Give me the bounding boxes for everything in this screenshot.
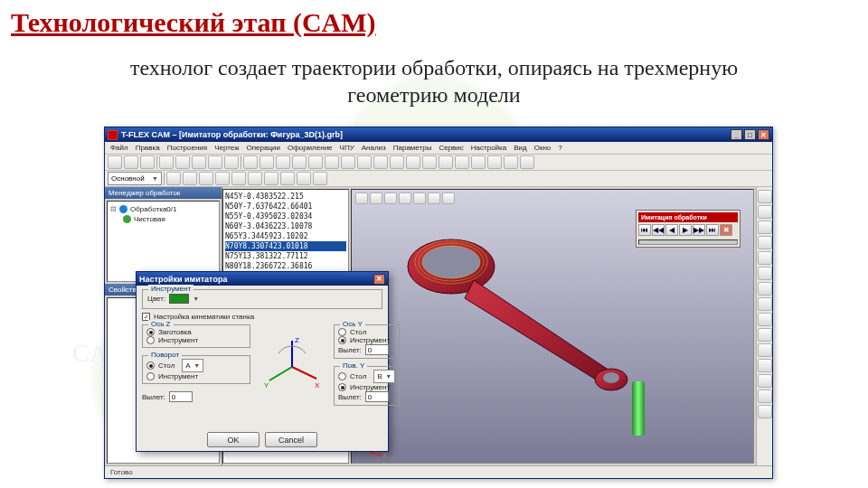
menu-item[interactable]: ЧПУ — [340, 144, 354, 152]
radio[interactable] — [338, 336, 346, 344]
menu-item[interactable]: Файл — [110, 144, 128, 152]
layer-icon[interactable] — [487, 155, 502, 169]
menu-item[interactable]: Настройка — [471, 144, 506, 152]
menu-item[interactable]: Параметры — [393, 144, 432, 152]
offset-icon[interactable] — [313, 172, 327, 185]
zoom-icon[interactable] — [390, 155, 404, 169]
cancel-button[interactable]: Cancel — [265, 432, 317, 447]
menu-item[interactable]: Анализ — [362, 144, 386, 152]
open-icon[interactable] — [124, 155, 138, 169]
menu-item[interactable]: Чертеж — [214, 144, 239, 152]
shaded-icon[interactable] — [428, 192, 440, 204]
player-play-button[interactable]: ▶ — [679, 224, 692, 236]
pan-icon[interactable] — [406, 155, 420, 169]
rail-icon[interactable] — [758, 328, 772, 342]
rect-icon[interactable] — [308, 155, 323, 169]
fit3d-icon[interactable] — [399, 192, 411, 204]
save-icon[interactable] — [140, 155, 155, 169]
rail-icon[interactable] — [758, 405, 772, 418]
rail-icon[interactable] — [758, 313, 772, 326]
circle-icon[interactable] — [276, 155, 290, 169]
copy-icon[interactable] — [175, 155, 190, 169]
rail-icon[interactable] — [758, 297, 772, 311]
rail-icon[interactable] — [758, 359, 772, 372]
viewport-3d[interactable]: Имитация обработки ⏮ ◀◀ ◀ ▶ ▶▶ ⏭ ✖ — [351, 189, 754, 464]
ok-button[interactable]: OK — [207, 432, 259, 447]
radio[interactable] — [338, 328, 346, 336]
machining-tree[interactable]: ⊟ Обработка0/1 Чистовая — [107, 201, 220, 282]
menu-item[interactable]: Правка — [136, 144, 160, 152]
rail-icon[interactable] — [758, 221, 772, 234]
spline-icon[interactable] — [292, 155, 307, 169]
select-icon[interactable] — [215, 172, 230, 185]
menu-item[interactable]: Сервис — [439, 144, 463, 152]
axis-combo[interactable]: B▼ — [373, 370, 395, 383]
axis-combo[interactable]: A▼ — [182, 359, 203, 372]
menu-item[interactable]: ? — [558, 144, 561, 152]
rail-icon[interactable] — [758, 343, 772, 357]
gcode-line[interactable]: N50Y-7.6376422.66401 — [225, 202, 346, 211]
rail-icon[interactable] — [758, 236, 772, 249]
new-icon[interactable] — [108, 155, 122, 169]
rail-icon[interactable] — [758, 282, 772, 296]
minimize-button[interactable]: _ — [731, 129, 742, 140]
gcode-line[interactable]: N75Y13.381322.77112 — [225, 251, 346, 261]
gcode-line[interactable]: N65Y3.3445923.10202 — [225, 231, 346, 241]
dialog-titlebar[interactable]: Настройки имитатора ✕ — [137, 272, 388, 286]
tree-node-child[interactable]: Чистовая — [110, 214, 216, 224]
line-icon[interactable] — [243, 155, 258, 169]
gcode-line[interactable]: N55Y-0.4395023.02034 — [225, 211, 346, 221]
chevron-down-icon[interactable]: ▼ — [193, 296, 199, 302]
grid-icon[interactable] — [504, 155, 518, 169]
shade-icon[interactable] — [455, 155, 469, 169]
help-icon[interactable] — [520, 155, 534, 169]
arc-icon[interactable] — [259, 155, 274, 169]
view3d-icon[interactable] — [439, 155, 453, 169]
gcode-line[interactable]: N45Y-0.4383522.215 — [225, 192, 346, 202]
orbit-icon[interactable] — [355, 192, 368, 204]
dimension-icon[interactable] — [357, 155, 372, 169]
menu-item[interactable]: Вид — [514, 144, 526, 152]
mirror-icon[interactable] — [280, 172, 295, 185]
text-icon[interactable] — [341, 155, 355, 169]
rail-icon[interactable] — [758, 190, 772, 203]
menu-item[interactable]: Оформление — [288, 144, 333, 152]
output-input[interactable]: 0 — [365, 344, 389, 355]
gcode-line-selected[interactable]: N70Y8.3307423.01018 — [225, 241, 346, 251]
rail-icon[interactable] — [758, 267, 772, 280]
radio[interactable] — [146, 372, 155, 380]
radio[interactable] — [146, 336, 155, 344]
rotate-icon[interactable] — [248, 172, 262, 185]
maximize-button[interactable]: □ — [744, 129, 756, 140]
radio[interactable] — [146, 361, 155, 370]
rail-icon[interactable] — [758, 251, 772, 265]
player-close-button[interactable]: ✖ — [720, 224, 732, 236]
output-input[interactable]: 0 — [365, 391, 389, 402]
gcode-line[interactable]: N80Y18.2366722.36816 — [225, 261, 346, 271]
rail-icon[interactable] — [758, 374, 772, 388]
output-input[interactable]: 0 — [169, 391, 193, 402]
pan3d-icon[interactable] — [370, 192, 382, 204]
hatch-icon[interactable] — [325, 155, 339, 169]
zoom3d-icon[interactable] — [384, 192, 397, 204]
color-swatch[interactable] — [169, 294, 189, 304]
array-icon[interactable] — [297, 172, 311, 185]
wireframe-icon[interactable] — [413, 192, 426, 204]
fit-icon[interactable] — [422, 155, 437, 169]
radio[interactable] — [338, 383, 346, 391]
gcode-line[interactable]: N60Y-3.0436223.10078 — [225, 221, 346, 231]
tree-node-root[interactable]: ⊟ Обработка0/1 — [110, 204, 216, 214]
paste-icon[interactable] — [192, 155, 206, 169]
cut-icon[interactable] — [159, 155, 174, 169]
menu-item[interactable]: Окно — [534, 144, 552, 152]
close-button[interactable]: ✕ — [758, 129, 769, 140]
grid2-icon[interactable] — [199, 172, 213, 185]
player-last-button[interactable]: ⏭ — [706, 224, 719, 236]
undo-icon[interactable] — [208, 155, 222, 169]
menu-item[interactable]: Операции — [246, 144, 279, 152]
radio[interactable] — [338, 372, 346, 380]
app-titlebar[interactable]: T-FLEX CAM – [Имитатор обработки: Фигура… — [105, 127, 772, 142]
move-icon[interactable] — [231, 172, 246, 185]
ortho-icon[interactable] — [183, 172, 197, 185]
redo-icon[interactable] — [224, 155, 239, 169]
